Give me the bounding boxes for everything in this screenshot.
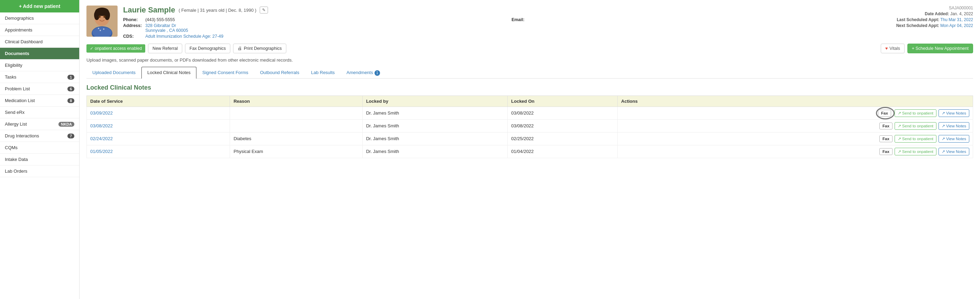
view-notes-button-2[interactable]: ↗ View Notes xyxy=(939,135,969,142)
tab-outbound-referrals[interactable]: Outbound Referrals xyxy=(254,67,305,78)
patient-meta: SAJA000001 Date Added: Jan. 4, 2022 Last… xyxy=(896,6,973,29)
fax-button-2[interactable]: Fax xyxy=(879,135,892,142)
address-value: 328 Gibraltar DrSunnyvale , CA 60005 xyxy=(145,23,508,33)
sidebar-item-clinical-dashboard[interactable]: Clinical Dashboard xyxy=(0,36,79,48)
view-notes-button-1[interactable]: ↗ View Notes xyxy=(939,122,969,130)
vitals-button[interactable]: ♥ Vitals xyxy=(881,43,905,53)
sidebar-item-allergy-list[interactable]: Allergy ListNKDA xyxy=(0,118,79,130)
view-notes-button-0[interactable]: ↗ View Notes xyxy=(939,109,969,117)
col-actions: Actions xyxy=(617,96,973,107)
schedule-appointment-button[interactable]: + Schedule New Appointment xyxy=(907,43,973,53)
cell-reason-1 xyxy=(230,119,363,132)
fax-demographics-button[interactable]: Fax Demographics xyxy=(185,43,230,53)
send-label-2: Send to onpatient xyxy=(902,137,933,141)
view-icon-2: ↗ xyxy=(942,136,945,141)
sidebar-item-label-eligibility: Eligibility xyxy=(5,62,22,68)
fax-button-1[interactable]: Fax xyxy=(879,123,892,130)
cell-date-0: 03/09/2022 xyxy=(87,107,230,119)
email-value xyxy=(528,17,891,22)
send-icon-0: ↗ xyxy=(898,111,901,115)
send-label-1: Send to onpatient xyxy=(902,124,933,128)
date-link-2[interactable]: 02/24/2022 xyxy=(90,136,113,141)
table-header-row: Date of Service Reason Locked by Locked … xyxy=(87,96,973,107)
new-referral-button[interactable]: New Referral xyxy=(148,43,182,53)
main-content: Laurie Sample ( Female | 31 years old | … xyxy=(80,0,980,299)
next-appt-row: Next Scheduled Appt: Mon Apr 04, 2022 xyxy=(896,23,973,28)
cds-link[interactable]: Adult Immunization Schedule Age: 27-49 xyxy=(145,34,223,39)
add-patient-button[interactable]: + Add new patient xyxy=(0,0,79,13)
cds-value: Adult Immunization Schedule Age: 27-49 xyxy=(145,34,508,39)
sidebar-item-cqms[interactable]: CQMs xyxy=(0,142,79,153)
tab-locked-clinical-notes[interactable]: Locked Clinical Notes xyxy=(142,67,196,78)
onpatient-label: onpatient access enabled xyxy=(95,46,142,51)
tab-label-uploaded-documents: Uploaded Documents xyxy=(92,70,135,75)
sidebar-item-eligibility[interactable]: Eligibility xyxy=(0,59,79,71)
cell-locked-by-3: Dr. James Smith xyxy=(363,145,508,158)
cell-date-2: 02/24/2022 xyxy=(87,132,230,145)
fax-button-0[interactable]: Fax xyxy=(878,110,891,117)
sidebar-item-label-intake-data: Intake Data xyxy=(5,157,28,162)
sidebar-item-send-erx[interactable]: Send eRx xyxy=(0,107,79,118)
sidebar-item-demographics[interactable]: Demographics xyxy=(0,13,79,24)
edit-patient-button[interactable]: ✎ xyxy=(260,6,268,13)
sidebar-item-tasks[interactable]: Tasks1 xyxy=(0,71,79,83)
last-appt-link[interactable]: Thu Mar 31, 2022 xyxy=(940,17,973,22)
cell-actions-0: Fax↗ Send to onpatient↗ View Notes xyxy=(617,107,973,119)
cell-locked-on-1: 03/08/2022 xyxy=(508,119,617,132)
sidebar-item-label-allergy-list: Allergy List xyxy=(5,122,27,127)
send-icon-1: ↗ xyxy=(898,123,901,128)
sidebar-item-medication-list[interactable]: Medication List8 xyxy=(0,95,79,107)
send-onpatient-button-3[interactable]: ↗ Send to onpatient xyxy=(894,148,936,155)
patient-header: Laurie Sample ( Female | 31 years old | … xyxy=(86,6,973,39)
sidebar-nav: DemographicsAppointmentsClinical Dashboa… xyxy=(0,13,79,177)
tab-lab-results[interactable]: Lab Results xyxy=(305,67,340,78)
sidebar-badge-problem-list: 6 xyxy=(67,86,74,91)
view-label-3: View Notes xyxy=(946,149,966,153)
next-appt-link[interactable]: Mon Apr 04, 2022 xyxy=(940,23,973,28)
fax-button-3[interactable]: Fax xyxy=(879,148,892,155)
sidebar-item-label-clinical-dashboard: Clinical Dashboard xyxy=(5,39,43,44)
cell-locked-on-0: 03/08/2022 xyxy=(508,107,617,119)
tab-label-amendments: Amendments xyxy=(347,70,373,75)
tab-badge-amendments: 1 xyxy=(374,70,380,76)
date-added-row: Date Added: Jan. 4, 2022 xyxy=(896,11,973,16)
cell-actions-2: Fax↗ Send to onpatient↗ View Notes xyxy=(617,132,973,145)
cell-locked-by-0: Dr. James Smith xyxy=(363,107,508,119)
table-row: 03/09/2022Dr. James Smith03/08/2022Fax↗ … xyxy=(87,107,973,119)
svg-point-11 xyxy=(103,29,105,30)
tab-signed-consent-forms[interactable]: Signed Consent Forms xyxy=(196,67,254,78)
address-link[interactable]: 328 Gibraltar DrSunnyvale , CA 60005 xyxy=(145,23,188,33)
sidebar-item-documents[interactable]: Documents xyxy=(0,48,79,59)
svg-point-6 xyxy=(105,10,110,20)
patient-demographics: ( Female | 31 years old | Dec. 8, 1990 ) xyxy=(178,8,256,13)
send-onpatient-button-2[interactable]: ↗ Send to onpatient xyxy=(894,135,936,142)
patient-id: SAJA000001 xyxy=(896,6,973,10)
sidebar-item-problem-list[interactable]: Problem List6 xyxy=(0,83,79,95)
print-demographics-button[interactable]: 🖨 Print Demographics xyxy=(233,43,286,53)
date-link-3[interactable]: 01/05/2022 xyxy=(90,149,113,154)
view-notes-button-3[interactable]: ↗ View Notes xyxy=(939,148,969,155)
email-label: Email: xyxy=(511,17,525,22)
tab-uploaded-documents[interactable]: Uploaded Documents xyxy=(86,67,142,78)
view-label-0: View Notes xyxy=(946,111,966,115)
sidebar-item-lab-orders[interactable]: Lab Orders xyxy=(0,165,79,177)
col-date: Date of Service xyxy=(87,96,230,107)
sidebar-item-label-appointments: Appointments xyxy=(5,27,32,32)
sidebar-badge-allergy-list: NKDA xyxy=(59,122,74,127)
sidebar-item-drug-interactions[interactable]: Drug Interactions7 xyxy=(0,130,79,142)
tab-amendments[interactable]: Amendments1 xyxy=(340,67,386,78)
onpatient-button[interactable]: ✓ onpatient access enabled xyxy=(86,44,145,53)
patient-info: Laurie Sample ( Female | 31 years old | … xyxy=(123,6,891,39)
send-label-0: Send to onpatient xyxy=(902,111,933,115)
send-onpatient-button-0[interactable]: ↗ Send to onpatient xyxy=(894,109,936,117)
date-link-1[interactable]: 03/08/2022 xyxy=(90,123,113,128)
locked-notes-table: Date of Service Reason Locked by Locked … xyxy=(86,96,973,158)
send-onpatient-button-1[interactable]: ↗ Send to onpatient xyxy=(894,122,936,130)
send-icon-2: ↗ xyxy=(898,136,901,141)
svg-point-5 xyxy=(94,10,100,20)
sidebar-item-appointments[interactable]: Appointments xyxy=(0,24,79,36)
sidebar-item-intake-data[interactable]: Intake Data xyxy=(0,153,79,165)
sidebar-item-label-drug-interactions: Drug Interactions xyxy=(5,133,39,138)
date-link-0[interactable]: 03/09/2022 xyxy=(90,110,113,115)
tab-label-signed-consent-forms: Signed Consent Forms xyxy=(202,70,248,75)
